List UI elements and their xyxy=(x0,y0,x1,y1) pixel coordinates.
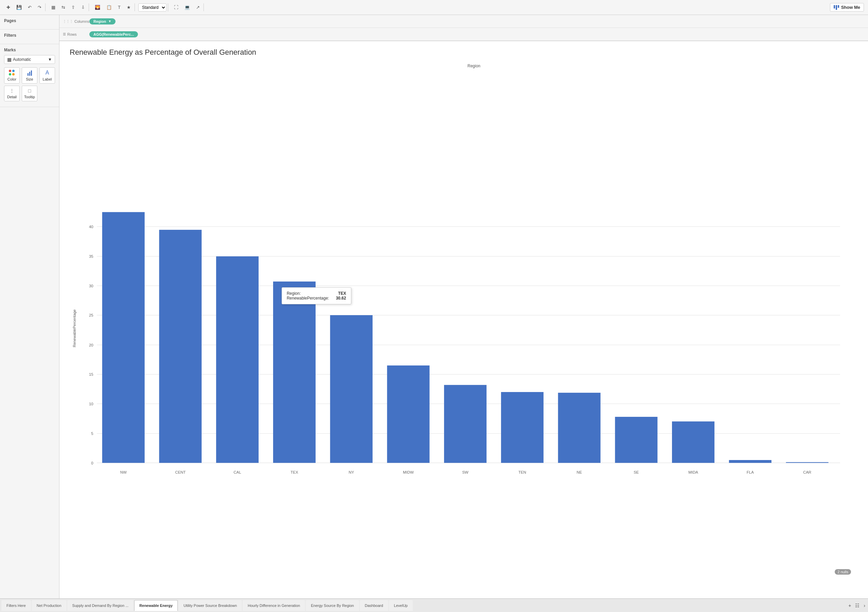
tab-grid-button[interactable]: ☷ xyxy=(854,601,861,610)
bar-TEX[interactable] xyxy=(273,281,316,463)
toolbar-group-view: ⛶ 💻 ↗ xyxy=(170,3,204,11)
size-bar-3 xyxy=(31,70,32,76)
tab-utility-power[interactable]: Utility Power Source Breakdown xyxy=(178,600,242,611)
show-me-icon xyxy=(834,5,839,10)
filters-section: Filters xyxy=(0,30,59,44)
detail-icon: ⋮ xyxy=(9,88,14,93)
swap-button[interactable]: ⇆ xyxy=(59,3,68,11)
bar-MIDW[interactable] xyxy=(387,365,429,463)
sort-desc-button[interactable]: ⇩ xyxy=(79,3,87,11)
tooltip-mark[interactable]: □ Tooltip xyxy=(22,86,37,101)
filter-icon: ▼ xyxy=(108,19,112,23)
sort-asc-button[interactable]: ⇧ xyxy=(69,3,78,11)
tab-levelup[interactable]: LevelUp xyxy=(389,600,413,611)
tab-add-button[interactable]: + xyxy=(847,601,852,610)
rows-icon: ☰ xyxy=(63,32,66,36)
chart-svg: 0 5 10 15 20 25 30 35 40 xyxy=(79,72,858,585)
bottom-tabs: Filters Here Net Production Supply and D… xyxy=(0,598,868,612)
rows-label: ☰ Rows xyxy=(63,32,87,36)
tab-energy-source[interactable]: Energy Source By Region xyxy=(306,600,359,611)
text-button[interactable]: T xyxy=(116,3,123,11)
toolbar-group-file: ✚ 💾 ↶ ↷ xyxy=(3,3,45,11)
marks-bar-icon: ▦ xyxy=(7,57,12,62)
detail-label: Detail xyxy=(7,95,17,99)
color-dot-green xyxy=(9,73,11,76)
bar-SE[interactable] xyxy=(615,417,657,463)
toolbar-group-showme: Show Me xyxy=(829,3,865,12)
tooltip-icon: □ xyxy=(28,88,31,93)
bar-FLA[interactable] xyxy=(729,460,772,463)
tab-net-production[interactable]: Net Production xyxy=(32,600,67,611)
pin-button[interactable]: ★ xyxy=(124,3,133,11)
x-label-SW: SW xyxy=(462,470,468,474)
fit-button[interactable]: ⛶ xyxy=(172,3,181,11)
color-mark[interactable]: Color xyxy=(4,67,20,84)
x-label-CAL: CAL xyxy=(234,470,241,474)
bar-CAR[interactable] xyxy=(786,462,829,463)
color-dot-blue xyxy=(12,70,15,72)
left-panel: Pages Filters Marks ▦ Automatic ▼ xyxy=(0,15,59,598)
main-layout: Pages Filters Marks ▦ Automatic ▼ xyxy=(0,15,868,598)
tab-hourly-diff[interactable]: Hourly Difference in Generation xyxy=(243,600,305,611)
x-label-CAR: CAR xyxy=(803,470,811,474)
x-label-CENT: CENT xyxy=(175,470,186,474)
x-label-SE: SE xyxy=(634,470,639,474)
show-me-button[interactable]: Show Me xyxy=(830,3,864,12)
bar-NY[interactable] xyxy=(330,315,373,463)
share-button[interactable]: ↗ xyxy=(194,3,202,11)
bar-CAL[interactable] xyxy=(216,256,259,463)
y-tick-25: 25 xyxy=(89,313,93,317)
bar-SW[interactable] xyxy=(444,385,487,463)
y-tick-10: 10 xyxy=(89,402,93,406)
x-label-FLA: FLA xyxy=(747,470,754,474)
marks-title: Marks xyxy=(4,48,55,52)
y-tick-30: 30 xyxy=(89,284,93,288)
y-tick-40: 40 xyxy=(89,225,93,229)
columns-pill[interactable]: Region ▼ xyxy=(89,19,116,25)
label-label: Label xyxy=(43,77,52,81)
marks-type-selector[interactable]: ▦ Automatic ▼ xyxy=(4,55,55,64)
size-bar-2 xyxy=(29,72,30,76)
bar-TEN[interactable] xyxy=(501,392,544,463)
tab-supply-demand[interactable]: Supply and Demand By Region ... xyxy=(67,600,134,611)
show-me-label: Show Me xyxy=(841,5,860,10)
x-label-NY: NY xyxy=(349,470,354,474)
new-button[interactable]: ✚ xyxy=(4,3,12,11)
shelves: ⋮⋮⋮ Columns Region ▼ ☰ Rows AGG(Renewabl… xyxy=(59,15,868,41)
tooltip-label: Tooltip xyxy=(24,95,35,99)
null-badge: 2 nulls xyxy=(835,569,851,575)
x-label-MIDA: MIDA xyxy=(688,470,698,474)
redo-button[interactable]: ↷ xyxy=(35,3,44,11)
chart-title: Renewable Energy as Percentage of Overal… xyxy=(70,48,858,57)
bar-NW[interactable] xyxy=(102,212,145,463)
pages-title: Pages xyxy=(4,19,55,23)
y-tick-15: 15 xyxy=(89,372,93,376)
size-mark[interactable]: Size xyxy=(22,67,37,84)
label-mark[interactable]: A Label xyxy=(39,67,55,84)
rows-shelf: ☰ Rows AGG(RenewablePerc... xyxy=(59,28,868,41)
undo-button[interactable]: ↶ xyxy=(25,3,34,11)
color-tool-button[interactable]: 🌄 xyxy=(92,3,102,11)
x-label-MIDW: MIDW xyxy=(403,470,414,474)
marks-grid: Color Size A Label ⋮ Detail xyxy=(4,67,55,101)
right-content: ⋮⋮⋮ Columns Region ▼ ☰ Rows AGG(Renewabl… xyxy=(59,15,868,598)
size-label: Size xyxy=(26,77,33,81)
save-button[interactable]: 💾 xyxy=(14,3,24,11)
bar-CENT[interactable] xyxy=(159,230,202,463)
device-button[interactable]: 💻 xyxy=(182,3,192,11)
annotation-button[interactable]: 📋 xyxy=(104,3,114,11)
toolbar-group-standard: Standard xyxy=(137,3,168,12)
chart-type-button[interactable]: ▦ xyxy=(49,3,58,11)
tab-filters-here[interactable]: Filters Here xyxy=(2,600,31,611)
tab-dashboard[interactable]: Dashboard xyxy=(360,600,388,611)
rows-pill[interactable]: AGG(RenewablePerc... xyxy=(89,31,138,37)
standard-select[interactable]: Standard xyxy=(138,3,166,12)
tab-arrow-button[interactable]: › xyxy=(862,601,866,610)
bar-NE[interactable] xyxy=(558,393,601,463)
tab-renewable-energy[interactable]: Renewable Energy xyxy=(134,600,178,611)
filters-title: Filters xyxy=(4,33,55,38)
size-icon xyxy=(26,70,33,76)
columns-label: ⋮⋮⋮ Columns xyxy=(63,19,87,23)
bar-MIDA[interactable] xyxy=(672,421,715,463)
detail-mark[interactable]: ⋮ Detail xyxy=(4,86,20,101)
